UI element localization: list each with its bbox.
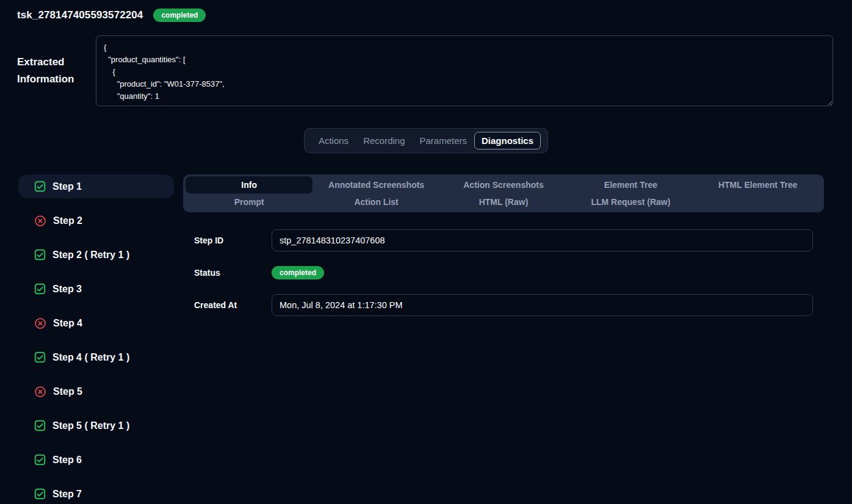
step-success-icon [34,454,46,466]
step-label: Step 1 [52,181,82,192]
step-success-icon [34,420,46,431]
tab-recording[interactable]: Recording [356,132,412,149]
step-item-step-3[interactable]: Step 3 [18,277,174,301]
created-at-row: Created At [194,294,813,316]
subtab-prompt[interactable]: Prompt [186,193,312,211]
step-error-icon [34,386,46,398]
subtab-action-list[interactable]: Action List [312,193,439,211]
step-success-icon [34,283,46,295]
subtab-element-tree[interactable]: Element Tree [567,176,694,193]
created-at-input[interactable] [272,294,813,316]
created-at-label: Created At [194,300,272,310]
step-label: Step 2 ( Retry 1 ) [52,250,129,261]
step-item-step-5-retry-1[interactable]: Step 5 ( Retry 1 ) [18,414,174,437]
step-item-step-6[interactable]: Step 6 [18,448,174,472]
step-error-icon [34,317,46,329]
step-item-step-2[interactable]: Step 2 [18,209,174,232]
step-item-step-4-retry-1[interactable]: Step 4 ( Retry 1 ) [18,345,174,369]
step-item-step-1[interactable]: Step 1 [18,175,174,198]
step-status-badge: completed [272,266,324,279]
step-success-icon [34,181,46,192]
subtab-html-raw[interactable]: HTML (Raw) [440,193,567,211]
subtab-info[interactable]: Info [186,176,312,193]
header: tsk_278147405593572204 completed [0,0,852,23]
main-tab-bar: ActionsRecordingParametersDiagnostics [304,128,548,153]
step-success-icon [34,249,46,261]
step-label: Step 5 ( Retry 1 ) [52,420,129,431]
diagnostics-panel: InfoAnnotated ScreenshotsAction Screensh… [183,175,824,504]
extracted-information-section: Extracted Information { "product_quantit… [17,35,833,106]
step-list: Step 1 Step 2 Step 2 ( Retry 1 ) Step 3 … [18,175,174,504]
step-success-icon [34,351,46,363]
extracted-information-textarea[interactable]: { "product_quantities": [ { "product_id"… [96,35,833,106]
step-label: Step 4 ( Retry 1 ) [52,352,129,363]
status-label: Status [194,268,272,278]
subtab-html-element-tree[interactable]: HTML Element Tree [695,176,821,193]
step-label: Step 7 [52,489,82,500]
step-id-label: Step ID [194,236,272,245]
status-row: Status completed [194,262,813,284]
tab-diagnostics[interactable]: Diagnostics [474,132,541,149]
step-id-input[interactable] [272,229,813,251]
task-id: tsk_278147405593572204 [17,9,143,21]
step-success-icon [34,488,46,500]
subtab-action-screenshots[interactable]: Action Screenshots [440,176,567,193]
subtab-llm-request-raw[interactable]: LLM Request (Raw) [567,193,694,211]
step-item-step-5[interactable]: Step 5 [18,380,174,403]
step-item-step-2-retry-1[interactable]: Step 2 ( Retry 1 ) [18,243,174,267]
step-label: Step 4 [53,318,82,329]
tab-parameters[interactable]: Parameters [413,132,475,149]
info-fields: Step ID Status completed Created At [194,229,813,316]
sub-tab-row-2: PromptAction ListHTML (Raw)LLM Request (… [186,193,821,211]
step-label: Step 6 [52,455,82,466]
extracted-information-label: Extracted Information [17,54,96,88]
step-id-row: Step ID [194,229,813,251]
task-status-badge: completed [153,9,206,22]
content: Step 1 Step 2 Step 2 ( Retry 1 ) Step 3 … [18,175,824,504]
tab-actions[interactable]: Actions [311,132,356,149]
step-label: Step 5 [53,386,82,397]
step-item-step-7[interactable]: Step 7 [18,482,174,504]
sub-tab-row-1: InfoAnnotated ScreenshotsAction Screensh… [186,176,821,193]
subtab-annotated-screenshots[interactable]: Annotated Screenshots [312,176,439,193]
sub-tab-bar: InfoAnnotated ScreenshotsAction Screensh… [183,175,824,212]
step-error-icon [34,215,46,227]
step-label: Step 2 [53,215,82,226]
step-label: Step 3 [52,284,82,295]
step-item-step-4[interactable]: Step 4 [18,311,174,335]
